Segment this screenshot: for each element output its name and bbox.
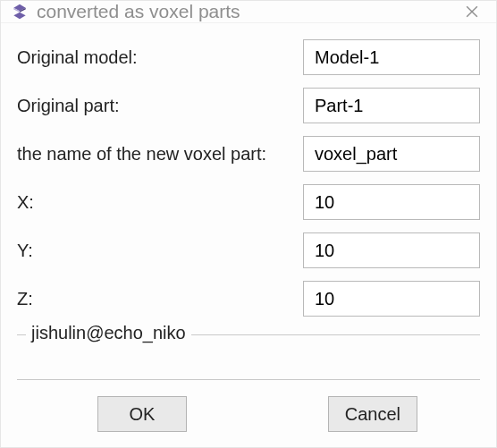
input-voxel-name-text[interactable] [313,143,470,165]
label-y: Y: [17,241,303,261]
dialog-content: Original model: Original part: the name … [1,23,496,448]
input-original-part[interactable] [303,88,480,123]
ok-button[interactable]: OK [97,396,187,432]
label-original-model: Original model: [17,47,303,68]
input-x-text[interactable] [313,191,470,214]
label-original-part: Original part: [17,96,303,116]
input-voxel-name[interactable] [303,136,480,172]
label-voxel-name: the name of the new voxel part: [17,144,303,165]
input-y-text[interactable] [313,240,470,262]
close-icon [466,5,478,18]
input-z[interactable] [303,281,480,317]
label-z: Z: [17,289,303,309]
label-x: X: [17,192,303,213]
titlebar: converted as voxel parts [1,1,496,23]
close-button[interactable] [453,1,491,22]
button-row: OK Cancel [17,380,480,448]
cancel-button[interactable]: Cancel [328,396,417,432]
group-box: jishulin@echo_niko [17,334,480,377]
input-original-model[interactable] [303,39,480,75]
input-original-part-text[interactable] [313,95,470,117]
input-original-model-text[interactable] [313,46,470,69]
window-title: converted as voxel parts [37,1,453,22]
app-icon [10,2,29,21]
input-y[interactable] [303,232,480,268]
group-label: jishulin@echo_niko [26,323,191,343]
form-grid: Original model: Original part: the name … [17,39,480,317]
input-z-text[interactable] [313,288,470,310]
dialog-window: converted as voxel parts Original model:… [0,0,497,448]
input-x[interactable] [303,184,480,220]
